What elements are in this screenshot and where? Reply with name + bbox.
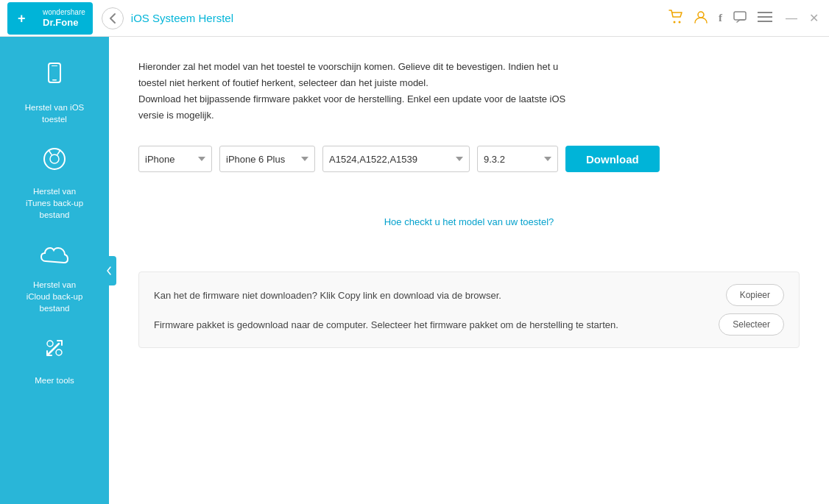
icloud-icon <box>40 241 69 274</box>
firmware-row-copy: Kan het de firmware niet downloaden? Kli… <box>154 284 784 306</box>
sidebar-item-icloud-restore[interactable]: Herstel vaniCloud back-upbestand <box>0 231 109 324</box>
itunes-icon <box>41 146 68 181</box>
description-line3: Download het bijpassende firmware pakket… <box>138 91 800 107</box>
description-line2: toestel niet herkent of foutief herkent,… <box>138 75 800 91</box>
svg-text:+: + <box>18 11 26 26</box>
logo-sub: wondershare <box>43 8 85 17</box>
sidebar-item-ios-restore[interactable]: Herstel van iOStoestel <box>0 52 109 135</box>
svg-point-3 <box>679 21 681 23</box>
back-button[interactable] <box>102 7 124 29</box>
description-line4: versie is mogelijk. <box>138 107 800 124</box>
svg-rect-10 <box>52 79 57 81</box>
svg-point-13 <box>50 155 59 163</box>
main-layout: Herstel van iOStoestel Herstel vaniTunes… <box>0 37 829 504</box>
svg-point-14 <box>47 341 53 347</box>
facebook-icon[interactable]: f <box>719 12 722 24</box>
device-type-select[interactable]: iPhone iPad iPod <box>138 146 212 172</box>
firmware-cant-download-text: Kan het de firmware niet downloaden? Kli… <box>154 290 726 301</box>
copy-link-button[interactable]: Kopieer <box>726 284 784 306</box>
firmware-info-box: Kan het de firmware niet downloaden? Kli… <box>138 271 800 348</box>
description-line1: Hieronder zal het model van het toestel … <box>138 59 800 75</box>
download-button[interactable]: Download <box>565 146 660 172</box>
firmware-select-text: Firmware pakket is gedownload naar de co… <box>154 319 719 330</box>
close-button[interactable]: ✕ <box>806 10 822 26</box>
svg-point-4 <box>698 12 704 18</box>
chat-icon[interactable] <box>733 10 747 27</box>
device-variant-select[interactable]: A1524,A1522,A1539 A1549,A1586,A1589 <box>322 146 470 172</box>
header-actions: f <box>669 10 772 27</box>
user-icon[interactable] <box>694 10 708 27</box>
select-firmware-button[interactable]: Selecteer <box>719 313 784 336</box>
sidebar: Herstel van iOStoestel Herstel vaniTunes… <box>0 37 109 504</box>
ios-restore-icon <box>41 62 68 97</box>
page-title: iOS Systeem Herstel <box>131 12 669 24</box>
device-model-select[interactable]: iPhone 6 Plus iPhone 6 iPhone 5s iPhone … <box>219 146 315 172</box>
description-box: Hieronder zal het model van het toestel … <box>138 59 800 124</box>
sidebar-item-more-tools[interactable]: Meer tools <box>0 324 109 397</box>
logo-brand: Dr.Fone <box>43 17 85 29</box>
svg-point-15 <box>56 349 62 355</box>
content-area: Hieronder zal het model van het toestel … <box>109 37 829 504</box>
device-controls-row: iPhone iPad iPod iPhone 6 Plus iPhone 6 … <box>138 146 800 172</box>
sidebar-label-ios-restore: Herstel van iOStoestel <box>25 102 85 125</box>
menu-icon[interactable] <box>758 11 772 26</box>
firmware-version-select[interactable]: 9.3.2 9.3.1 9.3 9.2.1 9.2 <box>477 146 558 172</box>
sidebar-label-more-tools: Meer tools <box>35 375 74 386</box>
cart-icon[interactable] <box>669 10 683 27</box>
check-model-link[interactable]: Hoe checkt u het model van uw toestel? <box>138 216 800 227</box>
sidebar-collapse-button[interactable] <box>102 256 116 285</box>
sidebar-item-itunes-restore[interactable]: Herstel vaniTunes back-upbestand <box>0 135 109 231</box>
sidebar-label-icloud-restore: Herstel vaniCloud back-upbestand <box>27 279 83 314</box>
app-logo: + wondershare Dr.Fone <box>7 2 93 35</box>
svg-point-12 <box>44 149 65 169</box>
sidebar-label-itunes-restore: Herstel vaniTunes back-upbestand <box>26 185 83 221</box>
svg-point-2 <box>674 21 676 23</box>
svg-rect-5 <box>734 12 746 20</box>
minimize-button[interactable]: — <box>783 10 800 26</box>
firmware-row-select: Firmware pakket is gedownload naar de co… <box>154 313 784 336</box>
titlebar: + wondershare Dr.Fone iOS Systeem Herste… <box>0 0 829 37</box>
tools-icon <box>41 335 68 370</box>
window-controls: — ✕ <box>783 10 822 26</box>
svg-rect-11 <box>52 65 57 66</box>
